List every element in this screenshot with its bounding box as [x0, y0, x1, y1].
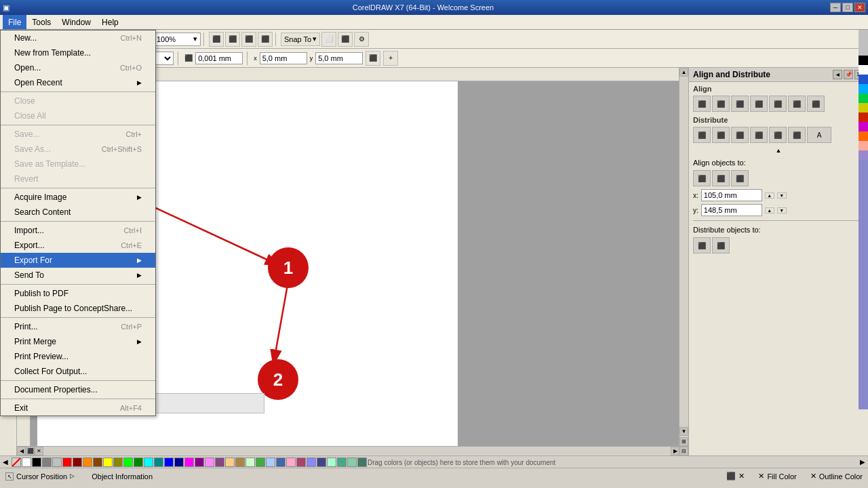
panel-y-input[interactable]	[701, 204, 762, 216]
menu-search-content[interactable]: Search Content	[1, 205, 155, 220]
panel-x-up-btn[interactable]: ▲	[765, 192, 774, 199]
x2-coord-input[interactable]	[260, 52, 307, 64]
snap-to-dropdown[interactable]: Snap To ▾	[281, 33, 320, 46]
swatch-peach[interactable]	[225, 458, 235, 467]
dist-page-btn[interactable]: ⬛	[712, 237, 730, 253]
distribute-center-h-btn[interactable]: ⬛	[712, 127, 730, 143]
y2-coord-input[interactable]	[315, 52, 363, 64]
scrollbar-horizontal[interactable]: ◀ ⬛ ✕ ▶ ⊟	[17, 446, 688, 455]
swatch-orange[interactable]	[83, 458, 92, 467]
scroll-left-btn[interactable]: ◀	[17, 447, 26, 455]
menu-export[interactable]: Export... Ctrl+E	[1, 238, 155, 253]
align-bottom-btn[interactable]: ⬛	[258, 32, 273, 47]
menu-open-recent[interactable]: Open Recent ▶	[1, 75, 155, 90]
align-left-btn[interactable]: ⬛	[209, 32, 224, 47]
swatch-green[interactable]	[134, 458, 143, 467]
menu-window[interactable]: Window	[56, 15, 96, 29]
swatch-darkblue[interactable]	[174, 458, 184, 467]
palette-scroll-right[interactable]: ▶	[860, 458, 865, 466]
swatch-cyan[interactable]	[144, 458, 153, 467]
menu-send-to[interactable]: Send To ▶	[1, 268, 155, 283]
scroll-up-btn[interactable]: ▲	[679, 68, 688, 77]
swatch-darkpink[interactable]	[215, 458, 224, 467]
swatch-mint[interactable]	[327, 458, 336, 467]
options-btn[interactable]: ⚙	[354, 32, 369, 47]
add-node-btn[interactable]: +	[383, 51, 398, 66]
align-to-page-btn[interactable]: ⬛	[807, 96, 825, 112]
expand-arrow-btn[interactable]: ▲	[774, 146, 783, 155]
close-btn[interactable]: ✕	[854, 3, 865, 12]
swatch-teal[interactable]	[154, 458, 163, 467]
page-close-btn[interactable]: ✕	[738, 472, 745, 481]
scroll-expand-h[interactable]: ⊟	[679, 447, 688, 455]
maximize-btn[interactable]: □	[842, 3, 853, 12]
menu-acquire-image[interactable]: Acquire Image ▶	[1, 190, 155, 205]
snap-btn2[interactable]: ⬛	[338, 32, 353, 47]
panel-pin-btn[interactable]: 📌	[844, 70, 853, 79]
align-to-active-btn[interactable]: ⬛	[693, 170, 711, 186]
menu-doc-properties[interactable]: Document Properties...	[1, 382, 155, 397]
menu-collect-output[interactable]: Collect For Output...	[1, 364, 155, 379]
swatch-pink[interactable]	[205, 458, 214, 467]
palette-scroll-left[interactable]: ◀	[3, 458, 8, 466]
menu-print[interactable]: Print... Ctrl+P	[1, 319, 155, 334]
align-right-edge-btn[interactable]: ⬛	[731, 96, 749, 112]
scrollbar-vertical[interactable]: ▲ ▼ ⊞	[679, 68, 688, 446]
distribute-center-v-btn[interactable]: ⬛	[769, 127, 787, 143]
scroll-expand-btn[interactable]: ⊞	[679, 437, 688, 446]
swatch-olive[interactable]	[113, 458, 123, 467]
align-center-h-btn[interactable]: ⬛	[712, 96, 730, 112]
menu-publish-pdf[interactable]: Publish to PDF	[1, 286, 155, 301]
swatch-gray[interactable]	[42, 458, 52, 467]
swatch-medgreen[interactable]	[256, 458, 265, 467]
swatch-lime[interactable]	[123, 458, 133, 467]
align-left-edge-btn[interactable]: ⬛	[693, 96, 711, 112]
swatch-lavender[interactable]	[307, 458, 316, 467]
swatch-purple[interactable]	[195, 458, 204, 467]
swatch-lightpink[interactable]	[286, 458, 296, 467]
menu-publish-concept[interactable]: Publish Page to ConceptShare...	[1, 301, 155, 316]
panel-y-down-btn[interactable]: ▼	[777, 207, 787, 214]
menu-new[interactable]: New... Ctrl+N	[1, 30, 155, 45]
swatch-black[interactable]	[32, 458, 41, 467]
dist-selection-btn[interactable]: ⬛	[693, 237, 711, 253]
panel-y-up-btn[interactable]: ▲	[765, 207, 774, 214]
scroll-add-page[interactable]: ✕	[35, 447, 43, 455]
panel-x-down-btn[interactable]: ▼	[777, 192, 787, 199]
align-right-btn[interactable]: ⬛	[225, 32, 240, 47]
menu-tools[interactable]: Tools	[26, 15, 56, 29]
align-to-page2-btn[interactable]: ⬛	[712, 170, 730, 186]
menu-print-preview[interactable]: Print Preview...	[1, 349, 155, 364]
menu-help[interactable]: Help	[96, 15, 124, 29]
zoom-input[interactable]: 100% ▾	[153, 33, 201, 46]
swatch-magenta[interactable]	[184, 458, 194, 467]
scroll-down-btn[interactable]: ▼	[679, 427, 688, 436]
swatch-white[interactable]	[22, 458, 31, 467]
menu-export-for[interactable]: Export For ▶	[1, 253, 155, 268]
menu-import[interactable]: Import... Ctrl+I	[1, 223, 155, 238]
swatch-tan[interactable]	[235, 458, 245, 467]
distribute-left-btn[interactable]: ⬛	[693, 127, 711, 143]
swatch-indigo[interactable]	[317, 458, 326, 467]
panel-x-input[interactable]	[701, 189, 762, 201]
distribute-bottom-btn[interactable]: ⬛	[788, 127, 806, 143]
menu-new-template[interactable]: New from Template...	[1, 45, 155, 60]
swatch-rosewood[interactable]	[296, 458, 306, 467]
distribute-text-btn[interactable]: A	[807, 127, 831, 143]
swatch-seafoam[interactable]	[337, 458, 347, 467]
menu-print-merge[interactable]: Print Merge ▶	[1, 334, 155, 349]
distribute-top-btn[interactable]: ⬛	[750, 127, 768, 143]
swatch-lightblue[interactable]	[266, 458, 275, 467]
snap-btn1[interactable]: ⬜	[321, 32, 336, 47]
swatch-darkred[interactable]	[73, 458, 82, 467]
panel-expand-btn[interactable]: ◂	[833, 70, 842, 79]
swatch-silver[interactable]	[52, 458, 62, 467]
swatch-blue[interactable]	[164, 458, 174, 467]
scroll-right-btn[interactable]: ▶	[671, 447, 679, 455]
scroll-prev-page[interactable]: ⬛	[26, 447, 35, 455]
swatch-sage[interactable]	[347, 458, 357, 467]
transform-btn[interactable]: ⬛	[366, 51, 380, 66]
swatch-medblue[interactable]	[276, 458, 285, 467]
swatch-forest[interactable]	[357, 458, 367, 467]
menu-exit[interactable]: Exit Alt+F4	[1, 401, 155, 415]
